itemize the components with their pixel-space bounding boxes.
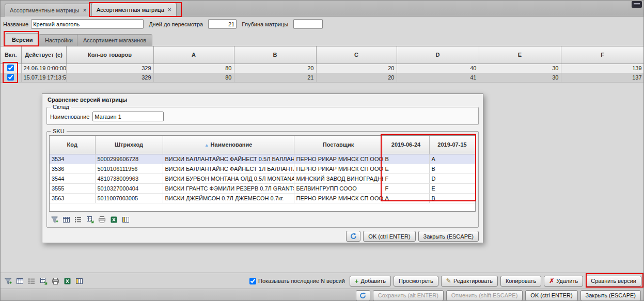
name-input[interactable] [31,19,144,29]
cell-b[interactable]: 20 [234,64,316,73]
cell-e[interactable]: 30 [479,73,561,82]
cell-item-count[interactable]: 329 [66,64,153,73]
plus-icon: + [355,277,359,285]
cancel-button[interactable]: Отменить (shift ESCAPE) [446,290,523,301]
tab-store-assortment[interactable]: Ассортимент магазинов [77,34,152,46]
window-tabbar: Ассортиментные матрицы × Ассортиментная … [1,1,643,17]
window-menu-icon[interactable] [632,1,642,8]
dialog-footer: OK (ctrl ENTER) Закрыть (ESCAPE) [42,231,483,245]
print-icon[interactable] [50,276,60,286]
cell-a[interactable]: 80 [153,73,234,82]
copy-button[interactable]: Копировать [500,276,541,287]
cell-f[interactable]: 139 [561,64,644,73]
bottom-toolbar: Показывать последние N версий +Добавить … [1,273,643,289]
row-numbers-icon[interactable] [26,276,37,286]
export-table-icon[interactable] [38,276,49,286]
view-button[interactable]: Просмотреть [394,276,438,287]
sku-row[interactable]: 35555010327000404ВИСКИ ГРАНТС ФЭМИЛИ РЕЗ… [50,183,475,193]
tab-close-icon[interactable]: × [83,7,87,13]
sort-asc-icon: ▲ [205,142,209,148]
dialog-ok-button[interactable]: OK (ctrl ENTER) [363,231,415,242]
cell-d[interactable]: 40 [397,64,479,73]
col-header-c[interactable]: C [316,46,397,64]
delete-button[interactable]: ✗Удалить [544,276,583,287]
col-header-d[interactable]: D [397,46,479,64]
version-enabled-checkbox[interactable] [7,65,14,71]
tab-versions[interactable]: Версии [6,33,39,46]
sku-row[interactable]: 35365010106111956ВИСКИ БАЛЛАНТАЙНС ФАЙНЕ… [50,164,475,173]
section-tabbar: Версии Настройки Ассортимент магазинов [1,31,643,46]
matrix-depth-input[interactable] [293,19,323,29]
cell-valid-from[interactable]: 15.07.19 17:13:53 [21,73,66,82]
x-icon: ✗ [549,277,554,284]
dialog-close-button[interactable]: Закрыть (ESCAPE) [418,231,479,242]
show-last-versions-checkbox[interactable] [249,278,256,284]
edit-button[interactable]: ✎Редактировать [441,276,498,287]
columns-icon[interactable] [14,276,25,286]
cell-f[interactable]: 137 [561,73,644,82]
cell-b[interactable]: 21 [234,73,316,82]
tab-close-icon[interactable]: × [168,7,171,13]
sku-col-version-2[interactable]: 2019-07-15 [429,136,475,154]
compare-versions-button[interactable]: Сравнить версии [586,276,641,287]
sku-fieldset: SKU Код Штрихкод ▲Наименование [46,128,479,228]
freeze-columns-icon[interactable] [120,214,131,225]
excel-export-icon[interactable] [108,214,119,225]
print-icon[interactable] [97,214,107,225]
col-header-a[interactable]: A [153,46,234,64]
tab-label: Ассортиментная матрица [97,7,164,13]
freeze-columns-icon[interactable] [74,276,84,286]
col-header-f[interactable]: F [561,46,644,64]
status-bar: Сохранить (alt ENTER) Отменить (shift ES… [1,289,643,301]
cell-item-count[interactable]: 329 [66,73,153,82]
ok-button[interactable]: OK (ctrl ENTER) [525,290,577,301]
version-row-2[interactable]: 15.07.19 17:13:53 329 80 21 20 41 30 137 [1,73,644,82]
cell-a[interactable]: 80 [153,64,234,73]
sku-grid-toolbar [49,214,476,225]
col-header-e[interactable]: E [479,46,561,64]
columns-icon[interactable] [61,214,71,225]
export-table-icon[interactable] [85,214,95,225]
cell-c[interactable]: 20 [316,73,397,82]
show-last-versions-option: Показывать последние N версий [249,278,345,284]
filter-icon[interactable] [3,276,13,286]
sku-row[interactable]: 35635011007003005ВИСКИ ДЖЕЙМСОН 0.7Л ДЖЕ… [50,193,475,203]
add-button[interactable]: +Добавить [350,276,391,287]
filter-icon[interactable] [49,214,59,225]
version-enabled-checkbox[interactable] [7,74,14,81]
col-header-enabled[interactable]: Вкл. [1,46,21,64]
days-to-review-input[interactable] [208,19,237,29]
sku-col-version-1[interactable]: 2019-06-24 [383,136,429,154]
save-button[interactable]: Сохранить (alt ENTER) [373,290,444,301]
sku-row[interactable]: 35444810738009963ВИСКИ БУРБОН МОНТАНА ОЛ… [50,173,475,183]
matrix-form-row: Название Дней до пересмотра Глубина матр… [1,17,643,31]
sku-col-name[interactable]: ▲Наименование [163,136,294,154]
cell-e[interactable]: 30 [479,64,561,73]
col-header-valid-from[interactable]: Действует (с) [21,46,66,64]
dialog-title: Сравнение версий матрицы [42,94,483,104]
close-button[interactable]: Закрыть (ESCAPE) [580,290,641,301]
col-header-item-count[interactable]: Кол-во товаров [66,46,153,64]
tab-assortment-matrix[interactable]: Ассортиментная матрица × [91,3,177,17]
sku-grid: Код Штрихкод ▲Наименование Поставщик 201… [49,135,476,212]
sku-row[interactable]: 35345000299606728ВИСКИ БАЛЛАНТАЙНС ФАЙНЕ… [50,154,475,164]
version-row-1[interactable]: 24.06.19 0:00:00 329 80 20 20 40 30 139 [1,64,644,73]
tab-label: Ассортиментные матрицы [10,7,80,13]
tab-assortment-matrices[interactable]: Ассортиментные матрицы × [5,4,92,17]
cell-d[interactable]: 41 [397,73,479,82]
refresh-icon[interactable] [356,290,370,301]
application-window: Ассортиментные матрицы × Ассортиментная … [0,0,644,301]
cell-valid-from[interactable]: 24.06.19 0:00:00 [21,64,66,73]
refresh-icon[interactable] [346,231,360,242]
tab-settings[interactable]: Настройки [39,34,79,46]
excel-export-icon[interactable] [62,276,72,286]
sku-col-barcode[interactable]: Штрихкод [95,136,163,154]
row-numbers-icon[interactable] [73,214,83,225]
sku-col-code[interactable]: Код [50,136,95,154]
col-header-b[interactable]: B [234,46,316,64]
name-label: Название [3,21,28,27]
warehouse-name-input[interactable] [92,112,164,121]
sku-col-supplier[interactable]: Поставщик [294,136,383,154]
cell-c[interactable]: 20 [316,64,397,73]
versions-grid: Вкл. Действует (с) Кол-во товаров A B C … [1,46,644,83]
